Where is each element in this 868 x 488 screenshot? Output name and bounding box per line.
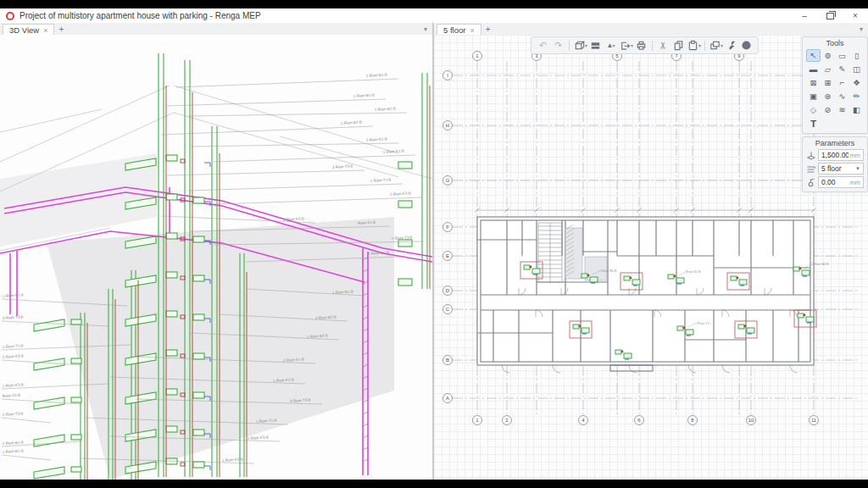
svg-text:H: H bbox=[446, 123, 449, 128]
svg-text:A: A bbox=[446, 396, 449, 401]
elevation-unit: mm bbox=[850, 152, 861, 159]
select-tool[interactable]: ↖ bbox=[806, 49, 821, 62]
column-tool[interactable]: ▯ bbox=[849, 49, 864, 62]
tools-panel: Tools ↖⊚▭▯▬▱✎◫⊠⊞⌐❖▣⊛∿✏◇⊘≋◧T bbox=[802, 36, 868, 134]
3d-view-canvas[interactable]: 2 Riser B1-B1 Riser B1-B2 Riser B2-B1 Ri… bbox=[0, 35, 432, 480]
circle-tool[interactable]: ⊘ bbox=[821, 103, 835, 116]
tool-settings-wrench-icon bbox=[725, 39, 737, 52]
export-icon bbox=[619, 39, 632, 52]
print-icon bbox=[635, 39, 648, 52]
svg-text:F: F bbox=[446, 225, 449, 230]
svg-text:1 Riser B1-B: 1 Riser B1-B bbox=[3, 448, 24, 454]
chevron-down-icon: ▾ bbox=[612, 42, 615, 48]
equipment-tool[interactable]: ▣ bbox=[806, 90, 821, 103]
height-marker-icon bbox=[806, 151, 815, 160]
tab-5-floor[interactable]: 5 floor × bbox=[437, 24, 481, 36]
view-mode-button[interactable]: ▾ bbox=[573, 39, 587, 53]
window-title: Project of multistory apartment house wi… bbox=[19, 11, 261, 20]
levels-button[interactable] bbox=[588, 39, 603, 53]
level-select-value: 5 floor bbox=[821, 164, 842, 173]
chevron-down-icon: ▾ bbox=[631, 42, 633, 48]
svg-text:1 Riser T1-B: 1 Riser T1-B bbox=[3, 343, 24, 349]
fan-tool[interactable]: ⊛ bbox=[821, 90, 835, 103]
tab-list-caret-icon[interactable]: ▾ bbox=[424, 25, 427, 33]
left-tab-bar: 3D View × + ▾ bbox=[0, 23, 432, 36]
offset-input[interactable] bbox=[821, 178, 849, 186]
floor-level-icon bbox=[806, 164, 815, 174]
offset-unit: mm bbox=[850, 179, 861, 186]
new-tab-button[interactable]: + bbox=[54, 23, 68, 35]
tool-settings-wrench-button[interactable] bbox=[724, 39, 738, 53]
svg-text:2 Riser B2-B: 2 Riser B2-B bbox=[811, 263, 829, 266]
close-button[interactable]: × bbox=[843, 8, 868, 23]
measure-tool[interactable]: ⊚ bbox=[821, 49, 835, 62]
parameters-panel-title: Parameters bbox=[803, 137, 867, 148]
paste-button[interactable]: ▾ bbox=[687, 39, 701, 53]
svg-text:1 Riser B2-B: 1 Riser B2-B bbox=[341, 119, 362, 125]
tab-close-icon[interactable]: × bbox=[470, 26, 474, 35]
tab-close-icon[interactable]: × bbox=[43, 26, 47, 35]
svg-text:3 Riser T3-B: 3 Riser T3-B bbox=[332, 164, 353, 169]
ramp-tool[interactable]: ▱ bbox=[821, 63, 835, 75]
svg-text:Riser K1-B: Riser K1-B bbox=[686, 270, 701, 274]
levels-icon bbox=[589, 39, 602, 52]
svg-text:2 Riser K3-B: 2 Riser K3-B bbox=[3, 353, 24, 359]
pen-tool[interactable]: ✏ bbox=[849, 90, 864, 103]
tab-list-caret-icon[interactable]: ▾ bbox=[860, 25, 863, 33]
svg-text:1 Riser T.1: 1 Riser T.1 bbox=[695, 322, 709, 325]
window-tool[interactable]: ⊠ bbox=[806, 76, 821, 89]
undo-button[interactable]: ↶ bbox=[536, 39, 550, 53]
valve-tool[interactable]: ⊞ bbox=[821, 76, 835, 89]
svg-text:2 Riser K1-B: 2 Riser K1-B bbox=[366, 136, 387, 142]
svg-text:D: D bbox=[446, 288, 450, 293]
3d-model-drawing: 2 Riser B1-B1 Riser B1-B2 Riser B2-B1 Ri… bbox=[0, 35, 432, 480]
cut-icon: ✂ bbox=[658, 42, 669, 49]
tab-5-floor-label: 5 floor bbox=[443, 25, 465, 35]
svg-text:2 Riser T3-B: 2 Riser T3-B bbox=[3, 411, 24, 417]
maximize-button[interactable] bbox=[817, 8, 843, 23]
new-tab-button[interactable]: + bbox=[481, 23, 495, 35]
tab-3d-view[interactable]: 3D View × bbox=[3, 24, 54, 36]
chevron-down-icon: ▾ bbox=[721, 42, 723, 48]
svg-text:C: C bbox=[446, 307, 450, 312]
door-tool[interactable]: ◫ bbox=[849, 63, 864, 75]
elevation-input[interactable] bbox=[821, 151, 849, 159]
line-tool[interactable]: ✎ bbox=[835, 63, 849, 75]
svg-text:1 Riser B1-B: 1 Riser B1-B bbox=[353, 92, 375, 98]
svg-text:1 Riser B1-B: 1 Riser B1-B bbox=[599, 269, 617, 273]
svg-text:1 Riser K3-B: 1 Riser K3-B bbox=[3, 382, 24, 388]
export-button[interactable]: ▾ bbox=[619, 39, 633, 53]
view-mode-icon bbox=[573, 39, 586, 52]
floor-tool[interactable]: ▬ bbox=[806, 63, 821, 75]
offset-mark-icon bbox=[806, 178, 815, 187]
help-icon: ? bbox=[740, 39, 753, 52]
quick-access-toolbar: ↶↷▾▲▾▾✂▾▾? bbox=[531, 36, 759, 54]
redo-button[interactable]: ↷ bbox=[551, 39, 565, 53]
boolean-tool[interactable]: ◧ bbox=[849, 103, 864, 116]
svg-text:2 Riser B2-B: 2 Riser B2-B bbox=[375, 106, 396, 112]
cut-button[interactable]: ✂ bbox=[656, 39, 670, 53]
wire-tool[interactable]: ≋ bbox=[835, 103, 849, 116]
minimize-button[interactable]: – bbox=[792, 8, 817, 23]
tools-grid: ↖⊚▭▯▬▱✎◫⊠⊞⌐❖▣⊛∿✏◇⊘≋◧T bbox=[803, 48, 867, 130]
pipe-tee-tool[interactable]: ❖ bbox=[849, 76, 864, 89]
svg-text:1 Riser T1-B: 1 Riser T1-B bbox=[370, 177, 392, 183]
level-select[interactable]: 5 floor ▼ bbox=[818, 163, 864, 175]
right-tab-bar: 5 floor × + ▾ bbox=[434, 23, 868, 36]
region-tool[interactable]: ▭ bbox=[835, 49, 849, 62]
polygon-tool[interactable]: ◇ bbox=[806, 103, 821, 116]
help-button[interactable]: ? bbox=[739, 39, 754, 53]
copy-button[interactable] bbox=[671, 39, 686, 53]
svg-text:Riser K1-B: Riser K1-B bbox=[3, 393, 21, 398]
display-style-button[interactable]: ▲▾ bbox=[604, 39, 618, 53]
floor-plan-canvas[interactable]: 13579124681011IHGFEDCBA1 Riser B1-BRiser… bbox=[434, 35, 868, 480]
pipe-elbow-tool[interactable]: ⌐ bbox=[835, 76, 849, 89]
object-visibility-button[interactable]: ▾ bbox=[709, 39, 723, 53]
svg-text:1 Riser K1-B: 1 Riser K1-B bbox=[383, 148, 404, 154]
flex-duct-tool[interactable]: ∿ bbox=[835, 90, 849, 103]
text-tool[interactable]: T bbox=[806, 117, 821, 130]
undo-icon: ↶ bbox=[539, 40, 547, 51]
svg-text:1 Riser K3-B: 1 Riser K3-B bbox=[283, 216, 304, 222]
svg-text:2 Riser K3-B: 2 Riser K3-B bbox=[248, 435, 269, 441]
print-button[interactable] bbox=[634, 39, 648, 53]
